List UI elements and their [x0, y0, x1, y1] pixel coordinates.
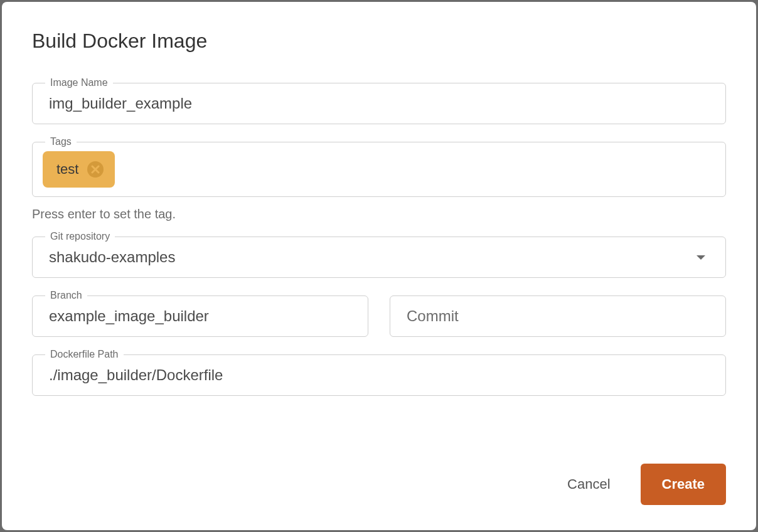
- remove-tag-icon[interactable]: [87, 161, 104, 178]
- branch-commit-row: Branch: [32, 295, 726, 337]
- git-repository-label: Git repository: [45, 231, 115, 242]
- chevron-down-icon: [697, 255, 705, 260]
- branch-input[interactable]: [49, 307, 351, 325]
- git-repository-value: shakudo-examples: [49, 248, 175, 266]
- tag-chip-label: test: [56, 161, 78, 178]
- commit-input[interactable]: [407, 307, 709, 325]
- branch-label: Branch: [45, 290, 87, 301]
- form-area: Image Name Tags test Press enter to set …: [32, 83, 726, 439]
- image-name-input[interactable]: [49, 95, 709, 112]
- tags-helper-text: Press enter to set the tag.: [32, 207, 726, 221]
- tags-field[interactable]: Tags test: [32, 142, 726, 197]
- git-repository-select[interactable]: shakudo-examples: [49, 248, 709, 266]
- image-name-label: Image Name: [45, 77, 113, 88]
- dialog-title: Build Docker Image: [32, 29, 726, 53]
- tag-chip: test: [43, 151, 115, 188]
- git-repository-field[interactable]: Git repository shakudo-examples: [32, 237, 726, 278]
- dockerfile-path-field[interactable]: Dockerfile Path: [32, 354, 726, 396]
- branch-field[interactable]: Branch: [32, 295, 368, 337]
- image-name-field[interactable]: Image Name: [32, 83, 726, 124]
- dockerfile-path-label: Dockerfile Path: [45, 349, 124, 360]
- build-docker-image-dialog: Build Docker Image Image Name Tags test …: [2, 2, 756, 530]
- close-icon: [91, 165, 100, 174]
- commit-field[interactable]: [390, 295, 726, 337]
- create-button[interactable]: Create: [641, 464, 726, 505]
- tags-label: Tags: [45, 136, 77, 147]
- dockerfile-path-input[interactable]: [49, 366, 709, 384]
- cancel-button[interactable]: Cancel: [562, 470, 615, 499]
- dialog-actions: Cancel Create: [32, 464, 726, 505]
